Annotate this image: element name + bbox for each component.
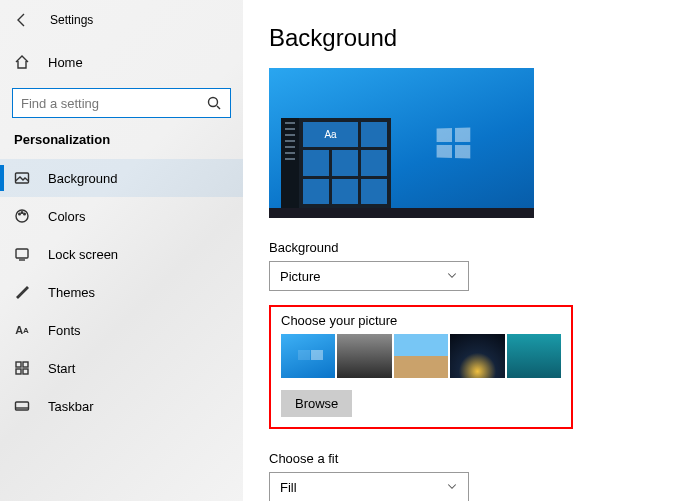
section-label: Personalization [0,128,243,159]
svg-rect-1 [16,173,29,183]
choose-fit-label: Choose a fit [269,451,690,466]
svg-rect-9 [16,369,21,374]
nav-lock-screen[interactable]: Lock screen [0,235,243,273]
chevron-down-icon [446,480,458,495]
svg-rect-7 [16,362,21,367]
dropdown-value: Picture [280,269,320,284]
picture-thumbnails [281,334,561,378]
nav-label: Taskbar [48,399,94,414]
nav-themes[interactable]: Themes [0,273,243,311]
svg-point-0 [209,98,218,107]
home-icon [14,54,30,70]
app-title: Settings [50,13,93,27]
nav-label: Start [48,361,75,376]
background-dropdown[interactable]: Picture [269,261,469,291]
nav-label: Lock screen [48,247,118,262]
svg-rect-6 [16,249,28,258]
windows-logo-icon [437,128,471,159]
choose-picture-section: Choose your picture Browse [269,305,573,429]
svg-rect-10 [23,369,28,374]
fit-dropdown[interactable]: Fill [269,472,469,501]
background-label: Background [269,240,690,255]
home-nav[interactable]: Home [0,44,243,80]
palette-icon [14,208,30,224]
lock-screen-icon [14,246,30,262]
fonts-icon: AA [14,322,30,338]
picture-thumb-4[interactable] [450,334,504,378]
picture-thumb-3[interactable] [394,334,448,378]
back-icon[interactable] [14,12,30,28]
main-content: Background Aa Background Picture Choose … [243,0,690,501]
nav-fonts[interactable]: AA Fonts [0,311,243,349]
svg-rect-8 [23,362,28,367]
home-label: Home [48,55,83,70]
chevron-down-icon [446,269,458,284]
preview-taskbar [269,208,534,218]
nav-start[interactable]: Start [0,349,243,387]
picture-icon [14,170,30,186]
picture-thumb-1[interactable] [281,334,335,378]
svg-point-5 [24,213,26,215]
background-preview: Aa [269,68,534,218]
preview-tile-aa: Aa [303,122,358,147]
svg-point-4 [21,212,23,214]
settings-header: Settings [0,0,243,40]
browse-button[interactable]: Browse [281,390,352,417]
svg-rect-11 [16,402,29,410]
nav-colors[interactable]: Colors [0,197,243,235]
picture-thumb-2[interactable] [337,334,391,378]
choose-picture-label: Choose your picture [281,313,561,328]
preview-start-menu: Aa [281,118,391,208]
themes-icon [14,284,30,300]
nav-label: Fonts [48,323,81,338]
page-title: Background [269,24,690,52]
nav-taskbar[interactable]: Taskbar [0,387,243,425]
sidebar: Settings Home Personalization Background… [0,0,243,501]
nav-label: Background [48,171,117,186]
start-icon [14,360,30,376]
search-box[interactable] [12,88,231,118]
search-input[interactable] [21,96,206,111]
taskbar-icon [14,398,30,414]
search-icon [206,95,222,111]
nav-background[interactable]: Background [0,159,243,197]
nav-label: Colors [48,209,86,224]
dropdown-value: Fill [280,480,297,495]
svg-point-3 [19,213,21,215]
nav-label: Themes [48,285,95,300]
picture-thumb-5[interactable] [507,334,561,378]
